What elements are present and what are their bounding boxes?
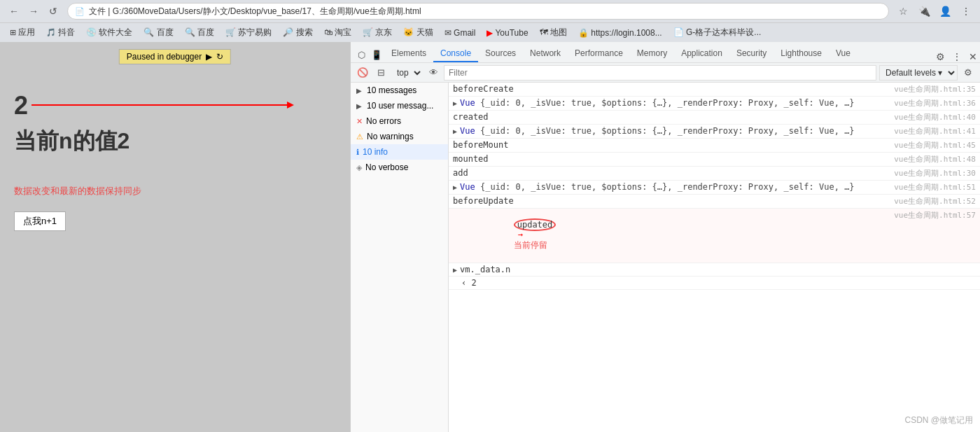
log-add: add vue生命周期.html:30: [449, 167, 980, 181]
tiktok-icon: 🎵: [46, 28, 56, 37]
settings-gear-icon[interactable]: ⚙: [933, 51, 948, 62]
bookmark-gmail[interactable]: ✉ Gmail: [440, 27, 480, 39]
inspect-element-icon[interactable]: ⬡: [354, 47, 369, 62]
devtools-close-icon[interactable]: ✕: [966, 51, 980, 62]
sidebar-warnings[interactable]: ⚠ No warnings: [351, 129, 448, 144]
context-select[interactable]: top: [391, 65, 423, 81]
log-vue-obj-3: ▶ Vue {_uid: 0, _isVue: true, $options: …: [449, 181, 980, 195]
log-value-2: ‹ 2: [449, 277, 980, 290]
bookmark-software[interactable]: 💿 软件大全: [82, 25, 136, 40]
debugger-step-icon[interactable]: ↻: [216, 52, 223, 62]
clear-console-icon[interactable]: 🚫: [355, 65, 370, 81]
tab-console[interactable]: Console: [433, 46, 478, 62]
annotation-text: 数据改变和最新的数据保持同步: [14, 185, 336, 197]
login-label: 🔒 https://login.1008...: [578, 28, 662, 38]
tab-memory[interactable]: Memory: [630, 46, 674, 62]
expand-icon-3[interactable]: ▶: [453, 183, 457, 191]
search-label: 🔎 搜索: [283, 27, 312, 39]
log-created: created vue生命周期.html:40: [449, 111, 980, 125]
log-vm-data-n: ▶ vm._data.n: [449, 263, 980, 277]
console-log-area: beforeCreate vue生命周期.html:35 ▶ Vue {_uid…: [449, 83, 980, 432]
youtube-label: YouTube: [495, 28, 528, 38]
taobao-label: 🛍 淘宝: [324, 27, 351, 39]
forward-button[interactable]: →: [25, 3, 42, 20]
extension-button[interactable]: 🔌: [916, 3, 932, 20]
tab-vue[interactable]: Vue: [829, 46, 858, 62]
bookmark-apps[interactable]: ⊞ 应用: [6, 25, 39, 40]
sidebar-verbose[interactable]: ◈ No verbose: [351, 160, 448, 175]
bookmark-baidu1[interactable]: 🔍 百度: [139, 25, 177, 40]
baidu1-label: 🔍 百度: [144, 27, 173, 39]
tab-lighthouse[interactable]: Lighthouse: [774, 46, 829, 62]
filter-input[interactable]: [444, 65, 876, 81]
bookmark-apps-label: 应用: [18, 27, 35, 39]
console-sidebar: ▶ 10 messages ▶ 10 user messag... ✕ No e…: [351, 83, 449, 432]
bookmark-baidu2[interactable]: 🔍 百度: [181, 25, 218, 40]
star-button[interactable]: ☆: [895, 3, 911, 20]
bookmark-search[interactable]: 🔎 搜索: [279, 25, 316, 40]
console-settings-icon[interactable]: ⚙: [960, 65, 976, 81]
current-stop-label: 当前停留: [514, 240, 547, 250]
software-label: 💿 软件大全: [86, 27, 132, 39]
bookmark-taobao[interactable]: 🛍 淘宝: [320, 25, 356, 40]
tab-elements[interactable]: Elements: [384, 46, 433, 62]
expand-icon-2[interactable]: ▶: [453, 127, 457, 135]
sidebar-user-messages[interactable]: ▶ 10 user messag...: [351, 98, 448, 113]
jd-label: 🛒 京东: [363, 27, 392, 39]
sidebar-all-messages[interactable]: ▶ 10 messages: [351, 83, 448, 98]
bookmark-youtube[interactable]: ▶ YouTube: [482, 27, 532, 39]
title-bar: ← → ↺ 📄 文件 | G:/360MoveData/Users/静小文/De…: [0, 0, 980, 22]
debugger-play-icon[interactable]: ▶: [206, 52, 212, 62]
page-title: 当前n的值2: [14, 126, 336, 157]
back-button[interactable]: ←: [6, 3, 22, 20]
address-bar[interactable]: 📄 文件 | G:/360MoveData/Users/静小文/Desktop/…: [67, 3, 889, 20]
expand-icon-1[interactable]: ▶: [453, 99, 457, 107]
youtube-icon: ▶: [486, 28, 493, 38]
bookmark-suning[interactable]: 🛒 苏宁易购: [221, 25, 276, 40]
tab-application[interactable]: Application: [674, 46, 729, 62]
devtools-top-icons: ⚙ ⋮ ✕: [933, 51, 980, 62]
expand-icon-4[interactable]: ▶: [453, 266, 457, 274]
sidebar-info-label: 10 info: [363, 147, 388, 157]
sidebar-errors[interactable]: ✕ No errors: [351, 113, 448, 129]
bookmark-jd[interactable]: 🛒 京东: [358, 25, 396, 40]
tab-sources[interactable]: Sources: [478, 46, 523, 62]
log-vue-obj-1: ▶ Vue {_uid: 0, _isVue: true, $options: …: [449, 97, 980, 111]
tab-network[interactable]: Network: [523, 46, 568, 62]
red-arrow-right: →: [518, 230, 523, 239]
log-mounted: mounted vue生命周期.html:48: [449, 153, 980, 167]
console-toolbar: 🚫 ⊟ top 👁 Default levels ▾ ⚙: [351, 63, 980, 83]
level-select[interactable]: Default levels ▾: [879, 65, 958, 81]
bookmark-login[interactable]: 🔒 https://login.1008...: [574, 27, 666, 39]
menu-button[interactable]: ⋮: [958, 3, 974, 20]
error-icon: ✕: [356, 117, 363, 126]
sidebar-info[interactable]: ℹ 10 info: [351, 144, 448, 160]
devtools-panel: ⬡ 📱 Elements Console Sources Network Per…: [350, 42, 980, 432]
title-bar-actions: ☆ 🔌 👤 ⋮: [895, 3, 974, 20]
eye-icon[interactable]: 👁: [426, 65, 441, 81]
console-body: ▶ 10 messages ▶ 10 user messag... ✕ No e…: [351, 83, 980, 432]
address-text: 文件 | G:/360MoveData/Users/静小文/Desktop/vu…: [89, 6, 881, 18]
paused-banner: Paused in debugger ▶ ↻: [119, 49, 231, 64]
tmall-label: 🐱 天猫: [403, 27, 433, 39]
bookmark-tmall[interactable]: 🐱 天猫: [399, 25, 437, 40]
devtools-tabs: ⬡ 📱 Elements Console Sources Network Per…: [351, 42, 980, 63]
nav-buttons: ← → ↺: [6, 3, 62, 20]
profile-button[interactable]: 👤: [937, 3, 953, 20]
map-label: 🗺 地图: [540, 27, 567, 39]
tab-security[interactable]: Security: [729, 46, 774, 62]
devtools-more-icon[interactable]: ⋮: [949, 51, 965, 62]
file-icon: 📄: [75, 7, 85, 16]
device-toggle-icon[interactable]: 📱: [369, 47, 384, 62]
suning-label: 🛒 苏宁易购: [225, 27, 272, 39]
filter-toggle-icon[interactable]: ⊟: [373, 65, 388, 81]
click-button[interactable]: 点我n+1: [14, 211, 66, 231]
bookmark-gezi[interactable]: 📄 G-格子达本科毕设...: [669, 25, 766, 40]
tab-performance[interactable]: Performance: [568, 46, 630, 62]
bookmark-map[interactable]: 🗺 地图: [536, 25, 571, 40]
log-beforeCreate: beforeCreate vue生命周期.html:35: [449, 83, 980, 97]
reload-button[interactable]: ↺: [45, 3, 62, 20]
bookmark-tiktok[interactable]: 🎵 抖音: [42, 25, 79, 40]
paused-label: Paused in debugger: [127, 52, 202, 62]
baidu2-label: 🔍 百度: [185, 27, 214, 39]
